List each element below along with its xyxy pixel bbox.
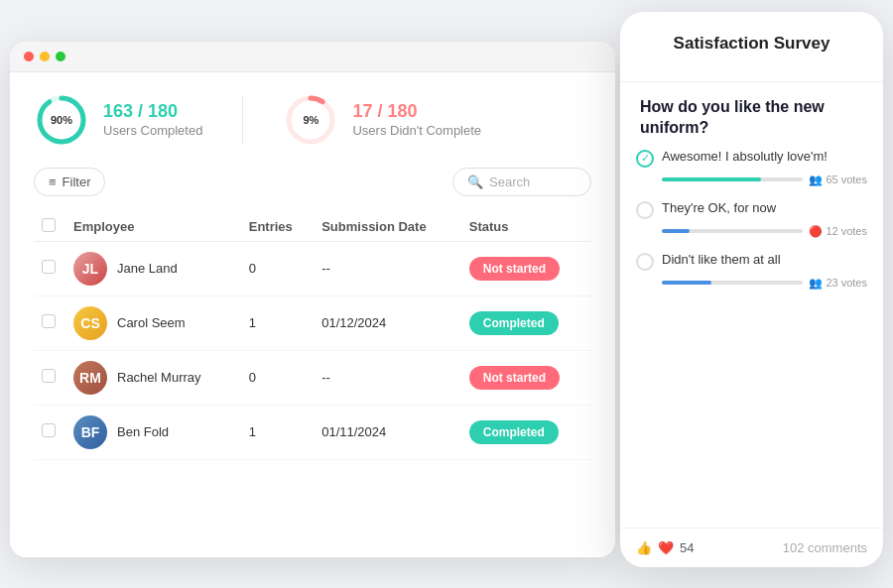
- table-row[interactable]: JL Jane Land 0 -- Not started: [34, 241, 591, 295]
- radio-circle[interactable]: [636, 253, 654, 271]
- row-entries: 1: [241, 405, 314, 459]
- stat-not-completed-primary: 17 / 180: [352, 101, 481, 123]
- avatar: JL: [73, 252, 107, 286]
- option-text: Awesome! I absolutly love'm!: [662, 149, 828, 166]
- filter-icon: ≡: [49, 175, 57, 189]
- status-badge: Completed: [469, 311, 559, 335]
- like-icon: 👍: [636, 540, 652, 555]
- row-checkbox: [34, 241, 65, 295]
- stat-completed-secondary: Users Completed: [103, 123, 202, 138]
- survey-header: Satisfaction Survey: [620, 12, 883, 82]
- vote-number: 12 votes: [826, 225, 867, 237]
- survey-options: ✓ Awesome! I absolutly love'm! 👥 65 vote…: [620, 139, 883, 528]
- row-checkbox: [34, 350, 65, 405]
- gauge-completed-label: 90%: [51, 114, 72, 126]
- stat-not-completed-text: 17 / 180 Users Didn't Complete: [352, 101, 481, 138]
- stat-completed-text: 163 / 180 Users Completed: [103, 101, 202, 138]
- row-employee: CS Carol Seem: [65, 295, 241, 350]
- vote-bar-row: 👥 65 votes: [636, 174, 867, 186]
- scene: 90% 163 / 180 Users Completed: [10, 12, 883, 577]
- row-status: Completed: [461, 405, 591, 459]
- row-date: 01/12/2024: [314, 295, 461, 350]
- survey-option[interactable]: Didn't like them at all 👥 23 votes: [636, 252, 867, 290]
- survey-option[interactable]: They're OK, for now 🔴 12 votes: [636, 200, 867, 238]
- col-date: Submission Date: [314, 212, 461, 242]
- col-employee: Employee: [65, 212, 241, 242]
- row-date: --: [314, 350, 461, 405]
- employee-name: Carol Seem: [117, 315, 186, 330]
- row-date: --: [314, 241, 461, 295]
- avatar: RM: [73, 361, 107, 395]
- status-badge: Not started: [469, 366, 560, 390]
- vote-icon: 👥: [809, 277, 823, 290]
- vote-bar-fill: [662, 281, 711, 285]
- row-checkbox: [34, 405, 65, 459]
- radio-circle[interactable]: [636, 201, 654, 219]
- row-employee: RM Rachel Murray: [65, 350, 241, 405]
- option-text: Didn't like them at all: [662, 252, 781, 269]
- survey-panel: Satisfaction Survey How do you like the …: [620, 12, 883, 567]
- vote-bar-row: 👥 23 votes: [636, 277, 867, 290]
- survey-question: How do you like the new uniform?: [620, 82, 883, 139]
- vote-icon: 👥: [809, 174, 823, 186]
- table-row[interactable]: BF Ben Fold 1 01/11/2024 Completed: [34, 405, 591, 459]
- employee-name: Rachel Murray: [117, 370, 201, 385]
- table-row[interactable]: RM Rachel Murray 0 -- Not started: [34, 350, 591, 405]
- stat-completed-primary: 163 / 180: [103, 101, 202, 123]
- vote-icon: 🔴: [809, 225, 823, 238]
- option-text: They're OK, for now: [662, 200, 776, 217]
- data-table: Employee Entries Submission Date Status …: [34, 212, 591, 460]
- radio-circle[interactable]: ✓: [636, 150, 654, 168]
- vote-bar: [662, 177, 803, 181]
- footer-likes: 👍 ❤️ 54: [636, 540, 694, 555]
- avatar: CS: [73, 306, 107, 340]
- row-checkbox: [34, 295, 65, 350]
- vote-bar-row: 🔴 12 votes: [636, 225, 867, 238]
- window-titlebar: [10, 42, 615, 72]
- vote-bar: [662, 281, 803, 285]
- row-entries: 0: [241, 350, 314, 405]
- row-entries: 0: [241, 241, 314, 295]
- employee-name: Ben Fold: [117, 424, 169, 439]
- table-row[interactable]: CS Carol Seem 1 01/12/2024 Completed: [34, 295, 591, 350]
- window-content: 90% 163 / 180 Users Completed: [10, 72, 615, 480]
- vote-number: 65 votes: [826, 174, 867, 185]
- row-entries: 1: [241, 295, 314, 350]
- stat-completed: 90% 163 / 180 Users Completed: [34, 92, 202, 148]
- table-header-row: Employee Entries Submission Date Status: [34, 212, 591, 242]
- dot-green[interactable]: [56, 52, 65, 61]
- survey-title: Satisfaction Survey: [640, 34, 863, 54]
- filter-label: Filter: [63, 175, 91, 189]
- row-status: Not started: [461, 350, 591, 405]
- status-badge: Completed: [469, 420, 559, 444]
- row-employee: BF Ben Fold: [65, 405, 241, 459]
- gauge-completed: 90%: [34, 92, 89, 148]
- vote-number: 23 votes: [826, 277, 867, 289]
- row-date: 01/11/2024: [314, 405, 461, 459]
- survey-option[interactable]: ✓ Awesome! I absolutly love'm! 👥 65 vote…: [636, 149, 867, 186]
- filter-button[interactable]: ≡ Filter: [34, 168, 105, 196]
- stat-not-completed-secondary: Users Didn't Complete: [352, 123, 481, 138]
- status-badge: Not started: [469, 257, 560, 281]
- row-status: Not started: [461, 241, 591, 295]
- col-status: Status: [461, 212, 591, 242]
- footer-comments: 102 comments: [783, 540, 867, 555]
- survey-footer: 👍 ❤️ 54 102 comments: [620, 528, 883, 567]
- search-box[interactable]: 🔍 Search: [452, 168, 591, 196]
- header-checkbox[interactable]: [42, 218, 56, 232]
- dot-red[interactable]: [24, 52, 34, 61]
- row-employee: JL Jane Land: [65, 241, 241, 295]
- dot-yellow[interactable]: [40, 52, 50, 61]
- radio-check: ✓: [641, 152, 650, 165]
- gauge-not-completed-label: 9%: [303, 114, 319, 126]
- vote-count: 👥 65 votes: [809, 174, 867, 186]
- toolbar-row: ≡ Filter 🔍 Search: [34, 168, 591, 196]
- row-status: Completed: [461, 295, 591, 350]
- search-icon: 🔍: [467, 175, 483, 189]
- heart-icon: ❤️: [658, 540, 674, 555]
- likes-count: 54: [680, 540, 694, 555]
- col-entries: Entries: [241, 212, 314, 242]
- vote-count: 🔴 12 votes: [809, 225, 867, 238]
- col-checkbox: [34, 212, 65, 242]
- stat-not-completed: 9% 17 / 180 Users Didn't Complete: [283, 92, 481, 148]
